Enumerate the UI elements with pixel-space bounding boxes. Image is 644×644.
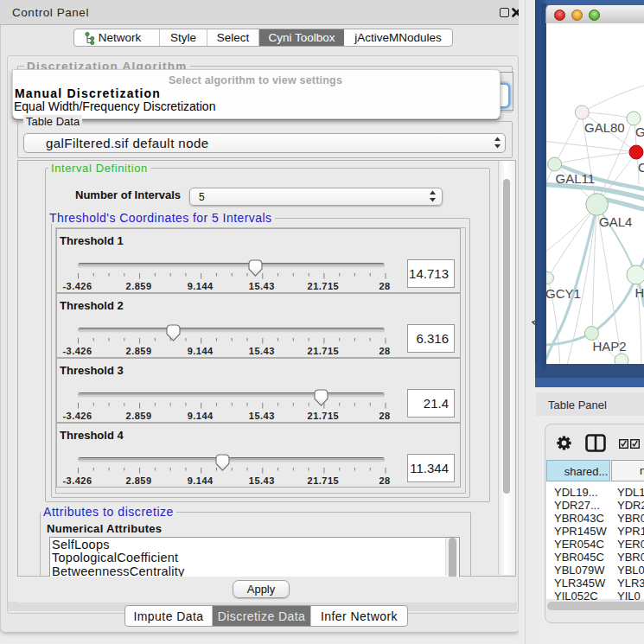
svg-text:GAL80: GAL80 <box>584 120 625 135</box>
svg-text:GAL11: GAL11 <box>556 171 596 186</box>
svg-text:C: C <box>638 160 644 175</box>
svg-text:H: H <box>635 285 644 300</box>
svg-text:GAL4: GAL4 <box>599 214 632 229</box>
svg-text:HAP2: HAP2 <box>593 339 627 354</box>
svg-text:GCY1: GCY1 <box>546 286 581 301</box>
svg-text:GA: GA <box>635 124 644 139</box>
